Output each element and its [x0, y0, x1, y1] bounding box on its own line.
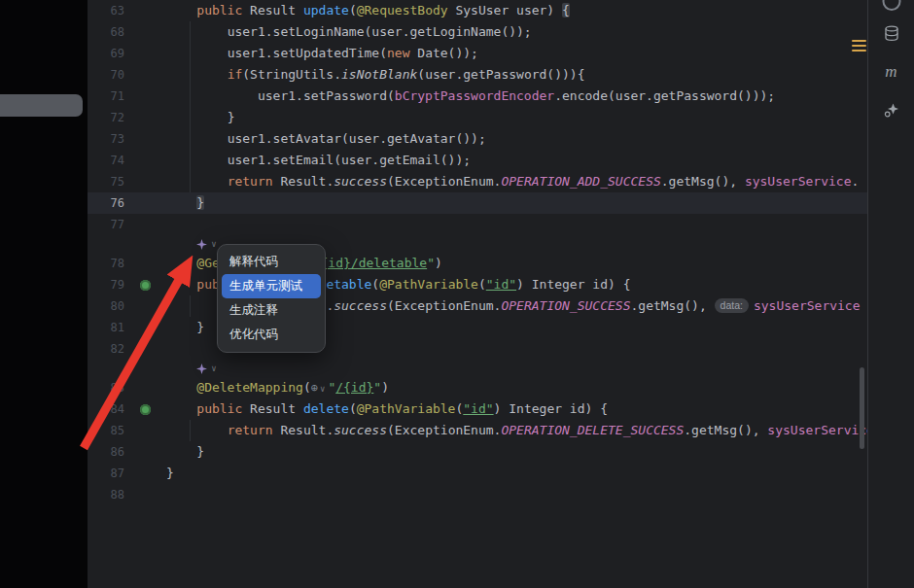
code-line[interactable]: 86 }: [88, 441, 868, 463]
gutter: [131, 150, 166, 171]
line-number: 87: [88, 463, 131, 484]
code-line[interactable]: 74 user1.setEmail(user.getEmail());: [88, 150, 868, 171]
code-line[interactable]: 82: [88, 338, 868, 360]
gutter: [131, 441, 166, 463]
line-number: [88, 235, 131, 253]
gutter: [131, 463, 166, 484]
line-number: 88: [88, 484, 131, 505]
gutter: [131, 64, 166, 86]
code-line[interactable]: 77: [88, 214, 868, 235]
code-text[interactable]: }: [166, 107, 868, 128]
code-text[interactable]: }: [166, 463, 868, 484]
menu-icon[interactable]: [852, 40, 866, 52]
endpoint-gutter-icon[interactable]: [140, 404, 151, 415]
line-number: 80: [88, 295, 131, 317]
code-text[interactable]: user1.setEmail(user.getEmail());: [166, 150, 868, 171]
line-number: 72: [88, 107, 131, 128]
database-icon[interactable]: [884, 25, 899, 46]
code-text[interactable]: public Result update(@RequestBody SysUse…: [166, 0, 868, 21]
ai-inlay-row[interactable]: ∨: [88, 235, 868, 253]
code-text[interactable]: [166, 484, 868, 505]
line-number: 68: [88, 21, 131, 43]
code-line[interactable]: 79 public Result deletable(@PathVariable…: [88, 274, 868, 295]
code-text[interactable]: user1.setAvatar(user.getAvatar());: [166, 128, 868, 150]
line-number: 77: [88, 214, 131, 235]
line-number: 73: [88, 128, 131, 150]
ai-assistant-inlay-icon[interactable]: ∨: [196, 360, 219, 377]
gutter: [131, 107, 166, 128]
endpoint-gutter-icon[interactable]: [140, 280, 151, 291]
line-number: 63: [88, 0, 131, 21]
code-text[interactable]: public Result delete(@PathVariable("id")…: [166, 398, 868, 420]
code-line[interactable]: 80 return Result.success(ExceptionEnum.O…: [88, 295, 868, 317]
code-editor[interactable]: 63 public Result update(@RequestBody Sys…: [88, 0, 868, 588]
line-number: 85: [88, 420, 131, 441]
context-menu-item-1[interactable]: 生成单元测试: [222, 274, 321, 298]
code-text[interactable]: user1.setPassword(bCryptPasswordEncoder.…: [166, 86, 868, 107]
line-number: 71: [88, 86, 131, 107]
line-number: 75: [88, 171, 131, 192]
code-text[interactable]: return Result.success(ExceptionEnum.OPER…: [166, 171, 868, 192]
ai-assistant-inlay-icon[interactable]: ∨: [196, 235, 219, 253]
notifications-icon[interactable]: [882, 0, 900, 11]
code-text[interactable]: }: [166, 441, 868, 463]
code-line[interactable]: 73 user1.setAvatar(user.getAvatar());: [88, 128, 868, 150]
code-line[interactable]: 88: [88, 484, 868, 505]
code-text[interactable]: [166, 214, 868, 235]
gutter: [131, 128, 166, 150]
code-text[interactable]: user1.setUpdatedTime(new Date());: [166, 43, 868, 64]
gutter: [131, 171, 166, 192]
code-line[interactable]: 71 user1.setPassword(bCryptPasswordEncod…: [88, 86, 868, 107]
code-line[interactable]: 72 }: [88, 107, 868, 128]
line-number: 70: [88, 64, 131, 86]
line-number: 81: [88, 317, 131, 338]
gutter: [131, 317, 166, 338]
code-text[interactable]: }: [166, 192, 868, 214]
code-text[interactable]: user1.setLoginName(user.getLoginName());: [166, 21, 868, 43]
sidebar-selected-item[interactable]: [0, 94, 83, 117]
ai-assistant-icon[interactable]: [883, 102, 899, 122]
context-menu-item-2[interactable]: 生成注释: [222, 298, 321, 323]
gutter: [131, 377, 166, 398]
gutter: [131, 484, 166, 505]
gutter: [131, 274, 166, 295]
ide-window: 63 public Result update(@RequestBody Sys…: [0, 0, 914, 588]
code-line[interactable]: 78 @GetMapping(⊕∨"/{id}/deletable"): [88, 253, 868, 274]
indent-guide: [190, 295, 191, 317]
url-mapping-icon[interactable]: ⊕: [311, 381, 318, 395]
editor-scrollbar-thumb[interactable]: [860, 367, 864, 449]
ai-actions-inlay[interactable]: ∨: [166, 360, 868, 377]
line-number: 69: [88, 43, 131, 64]
code-line[interactable]: 84 public Result delete(@PathVariable("i…: [88, 398, 868, 420]
code-text[interactable]: return Result.success(ExceptionEnum.OPER…: [166, 420, 868, 441]
code-line[interactable]: 85 return Result.success(ExceptionEnum.O…: [88, 420, 868, 441]
gutter: [131, 338, 166, 360]
code-text[interactable]: if(StringUtils.isNotBlank(user.getPasswo…: [166, 64, 868, 86]
code-line[interactable]: 63 public Result update(@RequestBody Sys…: [88, 0, 868, 21]
code-line[interactable]: 76 }: [88, 192, 868, 214]
gutter: [131, 86, 166, 107]
code-line[interactable]: 68 user1.setLoginName(user.getLoginName(…: [88, 21, 868, 43]
code-line[interactable]: 87}: [88, 463, 868, 484]
code-line[interactable]: 75 return Result.success(ExceptionEnum.O…: [88, 171, 868, 192]
indent-guide: [190, 21, 191, 192]
code-line[interactable]: 81 }: [88, 317, 868, 338]
code-line[interactable]: 70 if(StringUtils.isNotBlank(user.getPas…: [88, 64, 868, 86]
code-line[interactable]: 69 user1.setUpdatedTime(new Date());: [88, 43, 868, 64]
ai-inlay-row[interactable]: ∨: [88, 360, 868, 377]
line-number: 79: [88, 274, 131, 295]
context-menu-item-0[interactable]: 解释代码: [222, 250, 321, 274]
chevron-down-icon: ∨: [320, 384, 325, 394]
gutter: [131, 253, 166, 274]
code-line[interactable]: 83 @DeleteMapping(⊕∨"/{id}"): [88, 377, 868, 398]
project-tool-panel: [0, 0, 88, 588]
line-number: 76: [88, 192, 131, 214]
gutter: [131, 43, 166, 64]
context-menu-item-3[interactable]: 优化代码: [222, 323, 321, 347]
gutter: [131, 420, 166, 441]
maven-icon[interactable]: m: [885, 62, 896, 82]
code-text[interactable]: @DeleteMapping(⊕∨"/{id}"): [166, 377, 868, 398]
gutter: [131, 235, 166, 253]
indent-guide: [190, 420, 191, 441]
parameter-hint: data:: [715, 298, 749, 313]
